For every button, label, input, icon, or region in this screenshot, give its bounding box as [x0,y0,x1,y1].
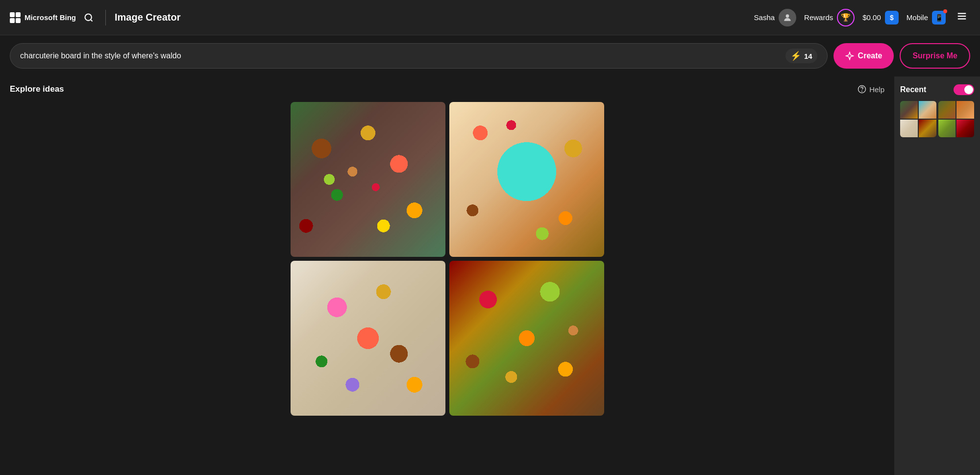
right-panel: Recent [894,76,980,475]
explore-header: Explore ideas Help [10,84,884,94]
recent-images-container [900,101,974,139]
search-bar-container: ⚡ 14 Create Surprise Me [0,35,980,76]
create-button[interactable]: Create [833,43,894,69]
svg-point-7 [862,91,862,91]
coin-count: 14 [804,52,812,60]
recent-thumb-5 [938,101,956,119]
image-card-4[interactable] [449,261,604,416]
recent-group-2[interactable] [938,101,975,137]
svg-line-1 [91,19,93,21]
rewards-icon: 🏆 [837,9,855,26]
recent-thumb-8 [956,120,974,137]
search-icon [84,13,94,23]
image-card-2[interactable] [449,102,604,257]
search-icon-button[interactable] [81,10,97,25]
header-divider [105,10,106,25]
bing-brand-text: Microsoft Bing [24,13,76,22]
rewards-label: Rewards [804,13,833,22]
page-title: Image Creator [115,12,181,23]
menu-button[interactable] [954,8,970,27]
money-amount: $0.00 [862,13,881,22]
surprise-label: Surprise Me [912,51,957,60]
search-input[interactable] [20,51,782,60]
image-card-3[interactable] [291,261,445,416]
search-bar: ⚡ 14 [10,43,828,69]
money-badge[interactable]: $0.00 $ [862,11,899,25]
main-content: Explore ideas Help Recent [0,76,980,475]
bing-logo[interactable]: Microsoft Bing [10,12,76,23]
surprise-button[interactable]: Surprise Me [900,43,970,69]
explore-title: Explore ideas [10,84,64,94]
mobile-icon: 📱 [932,11,946,25]
notification-dot [943,9,947,13]
rewards-badge[interactable]: Rewards 🏆 [804,9,855,26]
user-profile[interactable]: Sasha [754,9,797,26]
recent-group-1[interactable] [900,101,936,137]
hamburger-icon [956,11,967,22]
recent-thumb-2 [919,101,936,119]
recent-thumb-3 [900,120,918,137]
header: Microsoft Bing Image Creator Sasha Rewar… [0,0,980,35]
lightning-icon: ⚡ [790,50,801,61]
mobile-label: Mobile [906,13,928,22]
wand-icon [845,51,854,60]
create-label: Create [858,51,882,60]
header-left: Microsoft Bing Image Creator [10,10,181,25]
help-icon [858,85,866,94]
coin-badge: ⚡ 14 [785,49,817,63]
bing-logo-grid [10,12,21,23]
recent-header: Recent [900,84,974,95]
user-name: Sasha [754,13,775,22]
header-right: Sasha Rewards 🏆 $0.00 $ Mobile 📱 [754,8,970,27]
image-card-1[interactable] [291,102,445,257]
recent-thumb-6 [956,101,974,119]
recent-thumb-7 [938,120,956,137]
toggle-knob [964,85,973,94]
recent-title: Recent [900,85,926,94]
svg-point-0 [85,14,92,20]
avatar [779,9,796,26]
help-link[interactable]: Help [858,85,884,94]
left-panel: Explore ideas Help [0,76,894,475]
recent-thumb-4 [919,120,936,137]
dollar-icon: $ [885,11,899,25]
recent-toggle[interactable] [954,84,974,95]
mobile-badge[interactable]: Mobile 📱 [906,11,946,25]
image-grid [291,102,604,416]
help-label: Help [869,85,884,94]
recent-thumb-1 [900,101,918,119]
svg-point-2 [786,14,789,18]
